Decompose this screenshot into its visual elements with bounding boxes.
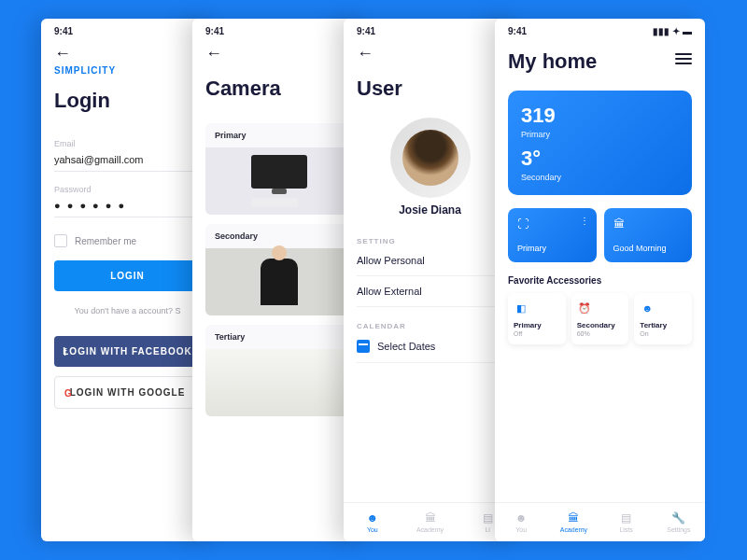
status-time: 9:41	[508, 26, 527, 36]
login-screen: 9:41 ← SIMPLICITY Login Email yahsai@gma…	[41, 19, 214, 541]
brand-logo: SIMPLICITY	[54, 65, 201, 76]
tab-bar: ☻ You 🏛 Academy ▤ Lists 🔧 Settings	[495, 502, 705, 541]
academy-icon: 🏛	[613, 217, 684, 231]
camera-thumb-icon	[205, 349, 352, 416]
wifi-icon: ✦	[672, 26, 680, 36]
tab-lists[interactable]: ▤ Lists	[600, 503, 653, 541]
secondary-value: 3°	[521, 147, 679, 171]
page-title: My home	[508, 49, 597, 74]
status-bar: 9:41	[344, 19, 516, 40]
back-icon[interactable]: ←	[205, 44, 352, 63]
remember-checkbox[interactable]	[54, 234, 67, 247]
more-icon[interactable]: ⋮	[580, 216, 589, 226]
user-name: Josie Diana	[344, 203, 516, 217]
tab-academy[interactable]: 🏛 Academy	[402, 503, 459, 541]
user-icon: ☻	[366, 511, 379, 525]
avatar[interactable]	[390, 118, 471, 198]
settings-header: SETTING	[357, 237, 503, 245]
wrench-icon: 🔧	[672, 511, 685, 525]
tile-primary[interactable]: ⛶ ⋮ Primary	[508, 208, 597, 262]
status-bar: 9:41 ▮▮▮ ✦ ▬	[495, 19, 705, 40]
email-field[interactable]: yahsai@gmaill.com	[54, 154, 201, 172]
status-time: 9:41	[357, 26, 375, 36]
remember-me-row[interactable]: Remember me	[54, 234, 201, 247]
camera-thumb-icon	[205, 147, 352, 215]
summary-card[interactable]: 319 Primary 3° Secondary	[508, 91, 692, 195]
academy-icon: 🏛	[567, 511, 580, 525]
primary-value-label: Primary	[521, 130, 679, 139]
home-screen: 9:41 ▮▮▮ ✦ ▬ My home 319 Primary 3° Seco…	[495, 19, 705, 541]
password-label: Password	[54, 185, 201, 194]
camera-card-tertiary[interactable]: Tertiary	[205, 325, 352, 416]
tab-you[interactable]: ☻ You	[495, 503, 547, 541]
back-icon[interactable]: ←	[357, 44, 503, 63]
signup-prompt[interactable]: You don't have a account? S	[54, 306, 201, 315]
favorite-accessory[interactable]: ◧ Primary Off	[508, 293, 566, 344]
page-title: User	[357, 77, 503, 101]
calendar-header: CALENDAR	[357, 322, 503, 330]
camera-card-primary[interactable]: Primary	[205, 123, 352, 215]
academy-icon: 🏛	[424, 511, 437, 525]
menu-icon[interactable]	[675, 50, 692, 67]
allow-external-row[interactable]: Allow External	[357, 276, 503, 307]
user-screen: 9:41 ← User Josie Diana SETTING Allow Pe…	[344, 19, 516, 541]
google-icon: G	[64, 387, 73, 398]
tab-you[interactable]: ☻ You	[344, 503, 402, 541]
person-icon: ☻	[640, 301, 655, 315]
email-label: Email	[54, 139, 201, 148]
google-login-button[interactable]: G LOGIN WITH GOOGLE	[54, 376, 201, 409]
primary-value: 319	[521, 104, 679, 128]
back-icon[interactable]: ←	[54, 44, 201, 63]
tab-bar: ☻ You 🏛 Academy ▤ Li	[344, 502, 516, 541]
list-icon: ▤	[620, 511, 633, 525]
favorites-header: Favorite Accessories	[508, 275, 692, 286]
allow-personal-row[interactable]: Allow Personal	[357, 245, 503, 276]
page-title: Camera	[205, 77, 352, 101]
status-time: 9:41	[205, 26, 224, 36]
camera-screen: 9:41 ← Camera Primary Secondary Tertiary	[192, 19, 365, 541]
status-time: 9:41	[54, 26, 73, 36]
status-bar: 9:41	[41, 19, 214, 40]
tile-good-morning[interactable]: 🏛 Good Morning	[604, 208, 693, 262]
calendar-icon	[357, 340, 370, 353]
wallet-icon: ◧	[514, 301, 529, 315]
signal-icon: ▮▮▮	[653, 26, 669, 36]
remember-label: Remember me	[75, 236, 136, 246]
page-title: Login	[54, 89, 201, 113]
facebook-icon: f	[63, 346, 67, 357]
camera-thumb-icon	[205, 248, 352, 315]
favorite-accessory[interactable]: ☻ Tertiary On	[634, 293, 692, 344]
select-dates-row[interactable]: Select Dates	[357, 330, 503, 363]
tab-settings[interactable]: 🔧 Settings	[653, 503, 705, 541]
list-icon: ▤	[481, 511, 494, 525]
favorite-accessory[interactable]: ⏰ Secondary 60%	[571, 293, 629, 344]
login-button[interactable]: LOGIN	[54, 260, 201, 291]
user-icon: ☻	[514, 511, 528, 525]
tab-academy[interactable]: 🏛 Academy	[547, 503, 599, 541]
password-field[interactable]: ● ● ● ● ● ●	[54, 200, 201, 217]
camera-card-secondary[interactable]: Secondary	[205, 224, 352, 315]
clock-icon: ⏰	[577, 301, 592, 315]
facebook-login-button[interactable]: f LOGIN WITH FACEBOOK	[54, 336, 201, 367]
status-bar: 9:41	[192, 19, 365, 40]
expand-icon: ⛶	[517, 217, 587, 231]
battery-icon: ▬	[683, 26, 692, 36]
secondary-value-label: Secondary	[521, 173, 679, 182]
